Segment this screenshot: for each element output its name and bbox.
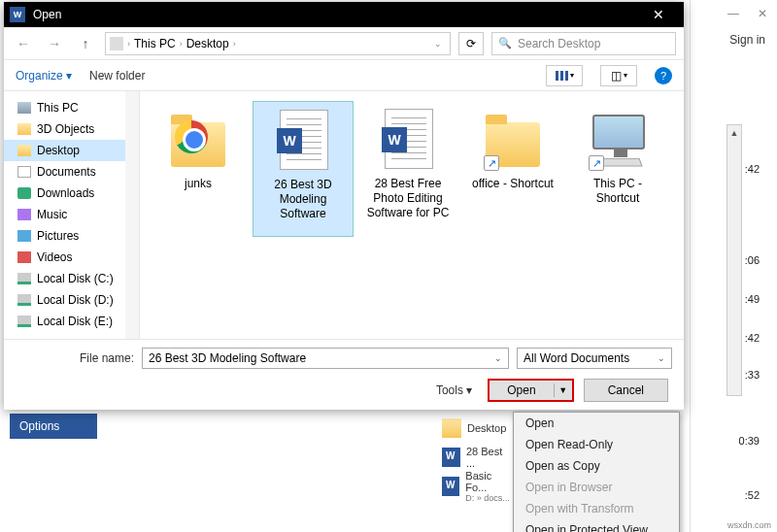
menu-item-open-browser: Open in Browser (514, 477, 679, 498)
search-input[interactable]: 🔍 Search Desktop (491, 32, 676, 55)
timestamp: :49 (745, 293, 760, 305)
tree-node-label: Pictures (37, 229, 79, 243)
tree-node-label: Documents (37, 165, 96, 179)
open-dropdown-menu: Open Open Read-Only Open as Copy Open in… (513, 412, 680, 532)
file-label: 28 Best Free Photo Editing Software for … (357, 177, 458, 220)
options-tab[interactable]: Options (10, 414, 97, 439)
tree-node[interactable]: Videos (4, 247, 139, 268)
tree-node-label: Desktop (37, 144, 80, 157)
tree-node[interactable]: Local Disk (C:) (4, 268, 139, 289)
watermark: wsxdn.com (727, 520, 771, 530)
tree-node-icon (17, 166, 31, 178)
file-item-doc[interactable]: W 28 Best Free Photo Editing Software fo… (357, 101, 458, 237)
nav-back-button[interactable]: ← (12, 36, 35, 51)
word-doc-icon: W (385, 109, 433, 169)
nav-up-button[interactable]: ↑ (74, 36, 97, 51)
preview-pane-button[interactable]: ◫▾ (600, 65, 637, 86)
dialog-bottombar: File name: 26 Best 3D Modeling Software⌄… (4, 339, 684, 410)
tree-node[interactable]: Local Disk (D:) (4, 289, 139, 311)
chevron-right-icon: › (233, 39, 236, 49)
tree-node-label: Local Disk (C:) (37, 272, 114, 285)
open-button[interactable]: Open (490, 383, 554, 397)
word-icon (442, 448, 460, 467)
tree-node[interactable]: Desktop (4, 140, 139, 161)
tree-node-icon (17, 209, 31, 220)
file-item-shortcut[interactable]: ↗ This PC - Shortcut (567, 101, 668, 237)
dialog-title: Open (33, 8, 61, 21)
nav-forward-button[interactable]: → (43, 36, 66, 51)
filename-label: File name: (16, 351, 134, 365)
menu-item-open-transform: Open with Transform (514, 498, 679, 519)
tree-node[interactable]: Music (4, 204, 139, 225)
chevron-down-icon[interactable]: ⌄ (658, 353, 665, 363)
background-app: — ✕ Sign in ▲ :42 :06 :49 :42 :33 0:39 :… (690, 0, 777, 532)
tree-node[interactable]: Documents (4, 161, 139, 183)
menu-item-open-protected[interactable]: Open in Protected View (514, 519, 679, 532)
open-dropdown-button[interactable]: ▼ (555, 385, 572, 395)
tree-node-label: Downloads (37, 186, 94, 200)
dialog-toolbar: Organize ▾ New folder ▾ ◫▾ ? (4, 60, 684, 91)
tree-node[interactable]: 3D Objects (4, 118, 139, 140)
file-label: 26 Best 3D Modeling Software (253, 178, 353, 221)
nav-tree[interactable]: This PC3D ObjectsDesktopDocumentsDownloa… (4, 91, 140, 339)
word-doc-icon: W (280, 110, 328, 170)
timestamp: :33 (745, 369, 760, 381)
tree-node-label: Videos (37, 250, 72, 264)
chevron-right-icon: › (127, 39, 130, 49)
bg-recent-list: Desktop 28 Best ... Basic Fo...D: » docs… (442, 414, 512, 501)
tree-node-icon (17, 294, 31, 306)
tree-node[interactable]: Local Disk (E:) (4, 311, 139, 332)
chrome-icon (175, 120, 208, 153)
tree-node-label: This PC (37, 101, 79, 115)
tree-node-label: Local Disk (D:) (37, 293, 114, 307)
tree-node-icon (17, 230, 31, 242)
help-button[interactable]: ? (655, 67, 672, 84)
tree-node[interactable]: Pictures (4, 225, 139, 247)
word-app-icon: W (10, 7, 25, 22)
bg-minimize-button[interactable]: — (719, 0, 748, 27)
filename-input[interactable]: 26 Best 3D Modeling Software⌄ (142, 348, 509, 369)
tree-node[interactable]: This PC (4, 97, 139, 118)
shortcut-arrow-icon: ↗ (589, 155, 604, 171)
scroll-up-icon[interactable]: ▲ (727, 125, 741, 141)
timestamp: :06 (745, 254, 760, 266)
file-item-folder[interactable]: junks (148, 101, 249, 237)
tree-scrollbar[interactable] (125, 91, 139, 339)
new-folder-button[interactable]: New folder (89, 69, 145, 83)
menu-item-open-copy[interactable]: Open as Copy (514, 455, 679, 477)
timestamp: :42 (745, 163, 760, 175)
menu-item-open[interactable]: Open (514, 413, 679, 434)
address-bar[interactable]: › This PC › Desktop › ⌄ (105, 32, 451, 55)
refresh-button[interactable]: ⟳ (458, 32, 484, 55)
dialog-close-button[interactable]: ✕ (639, 7, 678, 22)
pc-icon (592, 115, 645, 150)
chevron-down-icon[interactable]: ⌄ (434, 39, 446, 49)
organize-menu[interactable]: Organize ▾ (16, 69, 72, 83)
file-item-shortcut[interactable]: ↗ office - Shortcut (462, 101, 563, 237)
bg-close-button[interactable]: ✕ (748, 0, 777, 27)
tree-node-label: 3D Objects (37, 122, 94, 136)
word-icon (442, 477, 459, 496)
file-list[interactable]: junks W 26 Best 3D Modeling Software W 2… (140, 91, 684, 339)
tree-node[interactable]: Downloads (4, 183, 139, 204)
signin-link[interactable]: Sign in (729, 33, 765, 47)
open-dialog: W Open ✕ ← → ↑ › This PC › Desktop › ⌄ ⟳… (4, 2, 684, 410)
file-label: junks (181, 177, 216, 191)
tree-node-icon (17, 316, 31, 327)
tree-node-icon (17, 102, 31, 114)
path-segment[interactable]: This PC (134, 37, 176, 50)
tree-node-icon (17, 273, 31, 284)
bg-scrollbar[interactable]: ▲ (726, 124, 742, 396)
path-segment[interactable]: Desktop (186, 37, 229, 50)
chevron-right-icon: › (180, 39, 183, 49)
tools-menu[interactable]: Tools ▾ (436, 383, 472, 397)
view-mode-button[interactable]: ▾ (546, 65, 583, 86)
cancel-button[interactable]: Cancel (584, 379, 668, 402)
search-icon: 🔍 (498, 37, 512, 50)
dialog-titlebar[interactable]: W Open ✕ (4, 2, 684, 27)
file-item-doc-selected[interactable]: W 26 Best 3D Modeling Software (253, 101, 354, 237)
filetype-filter[interactable]: All Word Documents⌄ (517, 348, 672, 369)
open-split-button[interactable]: Open ▼ (488, 379, 573, 402)
chevron-down-icon[interactable]: ⌄ (494, 353, 502, 363)
menu-item-open-readonly[interactable]: Open Read-Only (514, 434, 679, 455)
